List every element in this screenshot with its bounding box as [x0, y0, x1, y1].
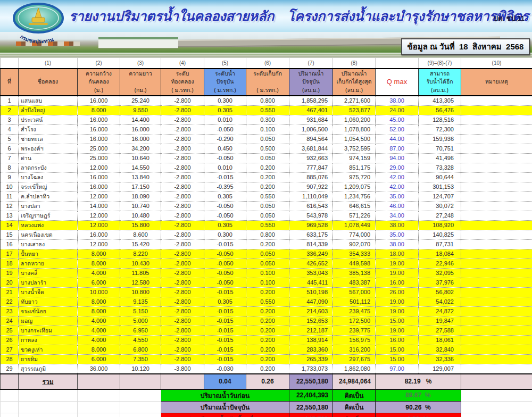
col-header-qmax: Q max: [376, 69, 419, 96]
cell-max-volume: 297,675: [333, 354, 376, 364]
cell-bed-level: -2.800: [161, 297, 204, 306]
cell-bed-level: -2.800: [161, 249, 204, 258]
cell-remaining-capacity: 27,248: [419, 211, 461, 220]
department-seal-icon: กรมชลประทาน: [6, 2, 69, 44]
summary-blank-remarks: [461, 413, 532, 417]
table-row-16: 16บางเสาธง12.00015.420-2.800-0.0150.2008…: [1, 239, 532, 249]
cell-remarks: [461, 258, 532, 268]
col-number-remaining-capacity: (9)=(8)-(7): [419, 58, 461, 69]
cell-current-volume: 1,733,073: [289, 364, 333, 374]
cell-no: 27: [1, 345, 19, 354]
cell-remaining-capacity: 37,976: [419, 278, 461, 287]
cell-qmax: 15.00: [376, 345, 419, 354]
cell-retention-level: 0.050: [246, 258, 289, 268]
unit-label: ปต. ชป.11: [494, 13, 525, 24]
cell-length: 15.420: [120, 239, 161, 249]
cell-remaining-capacity: 30,072: [419, 201, 461, 211]
cell-bottom-width: 16.000: [78, 230, 120, 239]
cell-retention-level: 0.100: [246, 268, 289, 278]
warehouse-building: [98, 37, 178, 48]
cell-remaining-capacity: 108,920: [419, 220, 461, 230]
cell-length: 8.600: [120, 230, 161, 239]
total-retention-level: 0.26: [246, 374, 289, 389]
cell-qmax: 87.00: [376, 144, 419, 153]
cell-remarks: [461, 96, 532, 106]
col-number-retention-level: (6): [246, 58, 289, 69]
cell-length: 6.950: [120, 326, 161, 335]
cell-bottom-width: 8.000: [78, 249, 120, 258]
cell-retention-level: 0.200: [246, 354, 289, 364]
cell-remarks: [461, 345, 532, 354]
cell-bottom-width: 8.000: [78, 258, 120, 268]
cell-length: 16.000: [120, 124, 161, 134]
summary-row-previous-volume: ปริมาณน้ำวันก่อน22,404,393คิดเป็น89.67 %: [1, 389, 532, 402]
cell-length: 11.805: [120, 268, 161, 278]
summary-label-current-volume: ปริมาณน้ำปัจจุบัน: [161, 401, 289, 413]
cell-canal-name: ชายทะเล: [19, 134, 78, 144]
cell-retention-level: 0.100: [246, 278, 289, 287]
cell-qmax: 35.00: [376, 230, 419, 239]
cell-remarks: [461, 268, 532, 278]
table-row-10: 10จระเข้ใหญ่16.00017.150-2.800-0.3950.20…: [1, 182, 532, 191]
cell-bed-level: -2.800: [161, 354, 204, 364]
cell-length: 5.150: [120, 306, 161, 316]
report-page: รายงานปริมาตรน้ำในคลองสายหลัก โครงการส่ง…: [0, 0, 532, 417]
cell-retention-level: 0.200: [246, 326, 289, 335]
cell-no: 17: [1, 249, 19, 258]
cell-length: 9.550: [120, 105, 161, 115]
cell-length: 10.640: [120, 153, 161, 163]
cell-no: 1: [1, 96, 19, 106]
summary-blank-remarks: [461, 389, 532, 402]
cell-canal-name: ทับยาว: [19, 297, 78, 306]
cell-current-volume: 336,249: [289, 249, 333, 258]
cell-length: 8.220: [120, 249, 161, 258]
cell-length: 10.120: [120, 364, 161, 374]
cell-canal-name: ลำบึงใหญ่: [19, 105, 78, 115]
total-label: รวม: [19, 374, 78, 389]
summary-label-previous-volume: ปริมาณน้ำวันก่อน: [161, 389, 289, 402]
cell-bottom-width: 25.000: [78, 144, 120, 153]
summary-row-current-volume: ปริมาณน้ำปัจจุบัน22,550,180คิดเป็น90.26 …: [1, 401, 532, 413]
cell-canal-name: บางโฉลง: [19, 172, 78, 182]
cell-retention-level: 0.200: [246, 239, 289, 249]
cell-no: 24: [1, 316, 19, 326]
cell-qmax: 52.00: [376, 124, 419, 134]
cell-current-volume: 214,603: [289, 306, 333, 316]
cell-bottom-width: 12.000: [78, 191, 120, 201]
summary-blank-length: [120, 389, 161, 402]
cell-current-level: -0.050: [204, 124, 246, 134]
cell-canal-name: บางคลี่: [19, 268, 78, 278]
cell-bed-level: -2.800: [161, 124, 204, 134]
cell-bottom-width: 16.000: [78, 182, 120, 191]
cell-remaining-capacity: 19,847: [419, 316, 461, 326]
cell-bed-level: -2.800: [161, 278, 204, 287]
cell-current-volume: 969,528: [289, 220, 333, 230]
summary-value-current-volume: 22,550,180: [289, 401, 333, 413]
cell-bed-level: -2.800: [161, 239, 204, 249]
cell-no: 15: [1, 230, 19, 239]
col-header-bed-level: ระดับ ท้องคลอง ( ม.รทก.): [161, 69, 204, 96]
cell-total-blank-width: [78, 374, 120, 389]
cell-max-volume: 501,112: [333, 297, 376, 306]
cell-bottom-width: 16.000: [78, 96, 120, 106]
cell-no: 19: [1, 268, 19, 278]
cell-canal-name: มอญ: [19, 316, 78, 326]
cell-no: 2: [1, 105, 19, 115]
cell-length: 6.800: [120, 345, 161, 354]
cell-canal-name: แสนแสบ: [19, 96, 78, 106]
cell-retention-level: 0.800: [246, 230, 289, 239]
cell-canal-name: ขวดงูเห่า: [19, 345, 78, 354]
cell-remarks: [461, 316, 532, 326]
cell-max-volume: 3,752,595: [333, 144, 376, 153]
cell-canal-name: บางกระเทียม: [19, 326, 78, 335]
cell-max-volume: 239,775: [333, 326, 376, 335]
cell-remaining-capacity: 27,588: [419, 326, 461, 335]
cell-remarks: [461, 230, 532, 239]
cell-current-volume: 814,339: [289, 239, 333, 249]
main-table: (1)(2)(3)(4)(5)(6)(7)(8)(9)=(8)-(7)(10)ท…: [0, 57, 532, 417]
cell-length: 13.840: [120, 172, 161, 182]
table-row-26: 26กาหลง4.0004.550-2.800-0.0150.200138,91…: [1, 335, 532, 345]
summary-blank-name: [19, 401, 78, 413]
cell-retention-level: 0.550: [246, 297, 289, 306]
summary-row-volume-difference: ผลต่างปริมาณน้ำ(วันนี้ - เมื่อวาน)145,78…: [1, 413, 532, 417]
